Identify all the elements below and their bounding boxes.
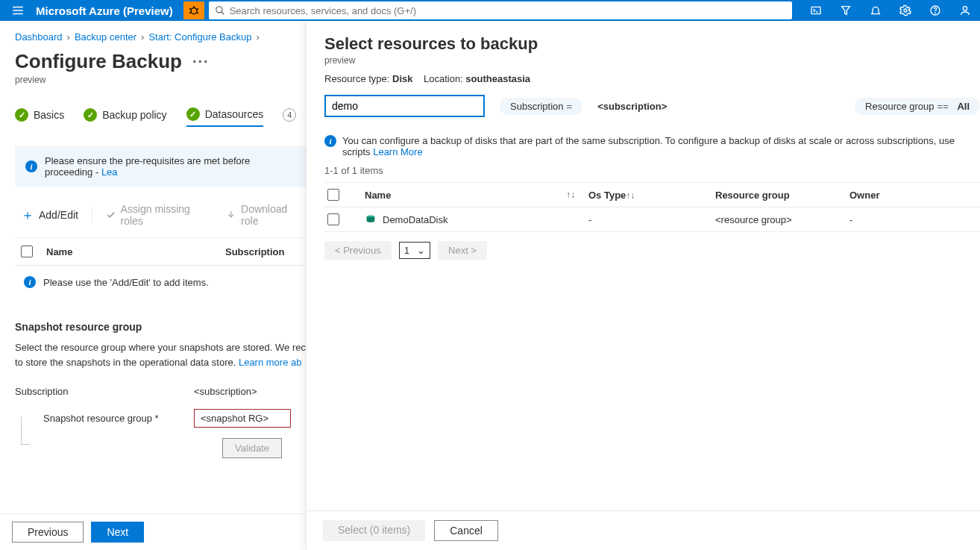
table-header: Name↑↓ Os Type↑↓ Resource group Owner (324, 182, 980, 207)
col-subscription: Subscription (225, 246, 300, 257)
col-name[interactable]: Name (365, 190, 391, 201)
svg-point-14 (904, 9, 907, 12)
subscription-filter-value: <subscription> (597, 101, 667, 112)
directory-filter-icon[interactable] (831, 0, 861, 21)
resource-group-filter-pill[interactable]: Resource group == All (855, 98, 980, 115)
row-os: - (588, 214, 715, 225)
location-value: southeastasia (465, 73, 530, 84)
svg-point-9 (216, 7, 222, 13)
account-icon[interactable] (950, 0, 980, 21)
sort-icon[interactable]: ↑↓ (626, 190, 648, 201)
step-4[interactable]: 4 (283, 108, 296, 126)
add-edit-button[interactable]: ＋Add/Edit (21, 206, 78, 224)
row-checkbox[interactable] (327, 213, 339, 225)
col-owner[interactable]: Owner (849, 190, 879, 201)
pager: < Previous 1⌄ Next > (324, 241, 980, 260)
page-subtitle: preview (15, 75, 306, 85)
filter-bar: Subscription = <subscription> Resource g… (324, 95, 980, 117)
breadcrumb-backup-center[interactable]: Backup center (75, 31, 136, 43)
assign-roles-button: Assign missing roles (106, 203, 213, 227)
next-page-button: Next > (438, 241, 487, 260)
datasources-table: Name Subscription i Please use the 'Add/… (15, 237, 306, 299)
disk-icon (365, 213, 377, 225)
check-icon: ✓ (186, 107, 200, 121)
step-basics[interactable]: ✓Basics (15, 108, 64, 126)
preview-bug-icon[interactable] (183, 1, 204, 19)
snapshot-rg-desc: Select the resource group where your sna… (15, 340, 306, 369)
svg-marker-13 (842, 7, 850, 15)
check-icon: ✓ (84, 108, 97, 122)
check-icon (106, 210, 116, 220)
svg-point-3 (191, 8, 197, 14)
col-rg[interactable]: Resource group (715, 190, 790, 201)
brand-title[interactable]: Microsoft Azure (Preview) (36, 4, 183, 17)
snapshot-rg-label: Snapshot resource group * (43, 413, 194, 424)
svg-point-16 (935, 13, 936, 13)
select-all-checkbox[interactable] (327, 189, 339, 201)
global-search-input[interactable] (230, 5, 786, 16)
learn-more-link[interactable]: Learn More (373, 146, 422, 157)
snapshot-rg-row: Snapshot resource group * <snapshot RG> (15, 409, 306, 428)
svg-rect-11 (811, 7, 820, 13)
snapshot-rg-dropdown[interactable]: <snapshot RG> (194, 409, 291, 428)
search-icon (215, 5, 225, 16)
table-row[interactable]: DemoDataDisk - <resource group> - (324, 207, 980, 232)
prereq-learn-link[interactable]: Lea (101, 166, 118, 178)
subscription-label: Subscription (15, 386, 194, 397)
cancel-button[interactable]: Cancel (434, 520, 498, 541)
step-datasources[interactable]: ✓Datasources (186, 107, 264, 127)
page-select[interactable]: 1⌄ (399, 242, 430, 259)
row-rg: <resource group> (715, 214, 849, 225)
select-all-checkbox[interactable] (21, 246, 33, 257)
download-icon (226, 210, 236, 220)
chevron-right-icon: › (141, 31, 144, 43)
next-button[interactable]: Next (91, 522, 144, 543)
resources-table: Name↑↓ Os Type↑↓ Resource group Owner De… (324, 182, 980, 232)
tree-connector (21, 416, 30, 445)
empty-text: Please use the 'Add/Edit' to add items. (43, 277, 209, 288)
subscription-filter-pill[interactable]: Subscription = (500, 98, 582, 115)
chevron-down-icon: ⌄ (417, 245, 425, 256)
notifications-icon[interactable] (861, 0, 891, 21)
validate-button[interactable]: Validate (222, 438, 282, 458)
hamburger-menu-icon[interactable] (0, 0, 36, 21)
page-title-text: Configure Backup (15, 50, 182, 73)
breadcrumb-configure[interactable]: Start: Configure Backup (148, 31, 251, 43)
info-icon: i (24, 276, 36, 288)
global-search[interactable] (209, 1, 792, 19)
settings-icon[interactable] (891, 0, 920, 21)
empty-state: i Please use the 'Add/Edit' to add items… (15, 266, 306, 299)
resource-type-value: Disk (392, 73, 412, 84)
step-number: 4 (283, 108, 296, 122)
breadcrumb: Dashboard › Backup center › Start: Confi… (15, 31, 306, 43)
snapshot-rg-heading: Snapshot resource group (15, 321, 306, 333)
prev-page-button: < Previous (324, 241, 392, 260)
select-button: Select (0 items) (323, 520, 425, 541)
cloud-shell-icon[interactable] (801, 0, 831, 21)
panel-info-text: You can configure a backup of disks that… (342, 135, 955, 157)
sort-icon[interactable]: ↑↓ (566, 190, 588, 200)
help-icon[interactable] (920, 0, 950, 21)
plus-icon: ＋ (21, 206, 34, 224)
panel-info-bar: i You can configure a backup of disks th… (324, 135, 980, 157)
svg-line-10 (221, 12, 224, 15)
breadcrumb-dashboard[interactable]: Dashboard (15, 31, 63, 43)
chevron-right-icon: › (256, 31, 259, 43)
panel-title: Select resources to backup (324, 34, 980, 54)
svg-line-5 (189, 8, 191, 9)
check-icon: ✓ (15, 108, 28, 122)
top-bar: Microsoft Azure (Preview) (0, 0, 980, 21)
resource-search-input[interactable] (324, 95, 485, 117)
learn-more-link[interactable]: Learn more ab (239, 357, 302, 368)
col-os[interactable]: Os Type (588, 190, 626, 201)
page-title: Configure Backup ··· (15, 50, 306, 73)
info-icon: i (25, 160, 37, 172)
prereq-info-bar: i Please ensure the pre-requisites are m… (15, 146, 306, 187)
subscription-value: <subscription> (194, 386, 257, 397)
step-policy[interactable]: ✓Backup policy (84, 108, 166, 126)
row-name: DemoDataDisk (383, 214, 447, 225)
panel-meta: Resource type: Disk Location: southeasta… (324, 73, 980, 84)
row-owner: - (849, 214, 977, 225)
previous-button[interactable]: Previous (12, 522, 84, 543)
more-actions-icon[interactable]: ··· (192, 53, 210, 70)
